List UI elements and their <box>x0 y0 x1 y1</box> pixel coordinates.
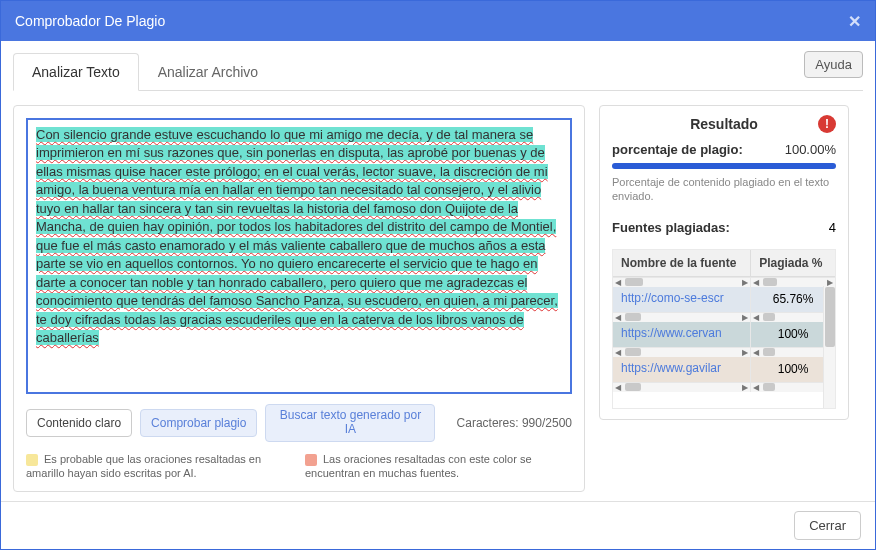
row-scroll[interactable]: ◀▶ <box>613 312 750 322</box>
row-scroll[interactable]: ◀▶ <box>613 347 750 357</box>
tabbar: Analizar Texto Analizar Archivo <box>13 53 863 91</box>
col-scroll[interactable]: ◀▶ <box>613 277 750 287</box>
close-icon[interactable]: ✕ <box>848 12 861 31</box>
legend-many-sources: Las oraciones resaltadas con este color … <box>305 452 572 482</box>
source-link[interactable]: https://www.gavilar <box>621 361 721 375</box>
clear-button[interactable]: Contenido claro <box>26 409 132 437</box>
detect-ai-button[interactable]: Buscar texto generado por IA <box>265 404 435 442</box>
sources-label: Fuentes plagiadas: <box>612 220 730 235</box>
tab-analyze-text[interactable]: Analizar Texto <box>13 53 139 91</box>
swatch-red-icon <box>305 454 317 466</box>
plagiarism-pct-value: 100.00% <box>785 142 836 157</box>
sources-table: Nombre de la fuente Plagiada % ◀▶ <box>612 249 836 409</box>
col-source-name[interactable]: Nombre de la fuente <box>613 250 751 277</box>
text-input[interactable]: Con silencio grande estuve escuchando lo… <box>26 118 572 394</box>
legend-ai-text: Es probable que las oraciones resaltadas… <box>26 453 261 480</box>
table-row[interactable]: https://www.cervan 100% <box>613 322 835 347</box>
plagiarism-bar <box>612 163 836 169</box>
dialog-title: Comprobador De Plagio <box>15 13 848 29</box>
alert-icon: ! <box>818 115 836 133</box>
swatch-yellow-icon <box>26 454 38 466</box>
source-link[interactable]: http://como-se-escr <box>621 291 724 305</box>
result-panel: Resultado ! porcentaje de plagio: 100.00… <box>599 105 849 420</box>
close-button[interactable]: Cerrar <box>794 511 861 540</box>
table-vscroll[interactable] <box>823 286 835 408</box>
source-link[interactable]: https://www.cervan <box>621 326 722 340</box>
plagiarism-desc: Porcentaje de contenido plagiado en el t… <box>612 175 836 204</box>
plagiarism-pct-label: porcentaje de plagio: <box>612 142 743 157</box>
editor-panel: Con silencio grande estuve escuchando lo… <box>13 105 585 492</box>
help-button[interactable]: Ayuda <box>804 51 863 78</box>
char-counter: Caracteres: 990/2500 <box>457 416 572 430</box>
highlighted-text: Con silencio grande estuve escuchando lo… <box>36 127 558 345</box>
table-row[interactable]: https://www.gavilar 100% <box>613 357 835 382</box>
sources-count: 4 <box>829 220 836 235</box>
col-plagiarized-pct[interactable]: Plagiada % <box>751 250 835 277</box>
legend-ai: Es probable que las oraciones resaltadas… <box>26 452 293 482</box>
row-scroll[interactable]: ◀▶ <box>613 382 750 392</box>
legend-many-text: Las oraciones resaltadas con este color … <box>305 453 532 480</box>
tab-analyze-file[interactable]: Analizar Archivo <box>139 53 277 90</box>
check-plagiarism-button[interactable]: Comprobar plagio <box>140 409 257 437</box>
result-title: Resultado <box>690 116 758 132</box>
table-row[interactable]: http://como-se-escr 65.76% <box>613 287 835 312</box>
